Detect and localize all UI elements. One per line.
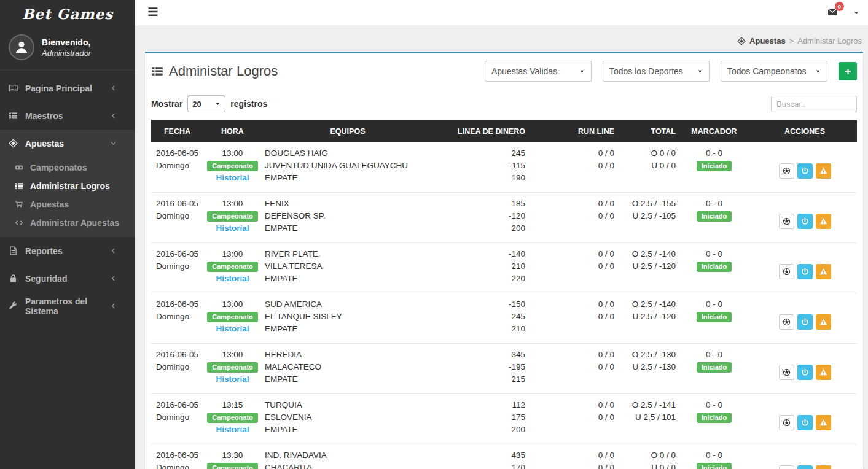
sidebar-subitem-campeonatos[interactable]: Campeonatos — [0, 158, 135, 177]
toggle-match-button[interactable] — [797, 415, 813, 430]
alert-match-button[interactable] — [816, 214, 831, 229]
list-icon — [151, 65, 163, 77]
runline-home: 0 / 0 — [530, 298, 614, 311]
score: 0 - 0 — [676, 147, 753, 160]
championship-select[interactable]: Todos Campeonatos — [721, 61, 827, 82]
runline-home: 0 / 0 — [530, 449, 614, 462]
bet-status-select[interactable]: Apuestas Validas — [485, 61, 592, 82]
historial-link[interactable]: Historial — [216, 274, 249, 283]
warning-icon — [819, 318, 827, 326]
moneyline-home: 185 — [434, 198, 525, 210]
historial-link[interactable]: Historial — [216, 223, 249, 233]
sport-select[interactable]: Todos los Deportes — [603, 61, 710, 82]
length-value: 20 — [192, 99, 201, 109]
toggle-match-button[interactable] — [797, 365, 813, 380]
historial-link[interactable]: Historial — [216, 374, 249, 384]
sidebar-toggle-button[interactable] — [144, 3, 162, 23]
historial-link[interactable]: Historial — [216, 324, 249, 333]
campeonato-badge[interactable]: Campeonato — [207, 312, 258, 322]
score: 0 - 0 — [676, 349, 753, 361]
toggle-match-button[interactable] — [797, 163, 813, 179]
user-avatar — [9, 34, 34, 60]
apuestas-icon — [737, 37, 746, 45]
sidebar-item-reportes[interactable]: Reportes — [0, 237, 135, 265]
chevron-left-icon — [110, 303, 120, 309]
breadcrumb-apuestas[interactable]: Apuestas — [749, 36, 786, 45]
sidebar-subitem-apuestas[interactable]: Apuestas — [0, 195, 135, 214]
toggle-match-button[interactable] — [797, 465, 813, 469]
user-role: Administrador — [42, 48, 91, 58]
historial-link[interactable]: Historial — [216, 173, 249, 182]
moneyline-away: -115 — [434, 160, 525, 172]
column-header-hora: HORA — [203, 127, 262, 136]
match-day: Domingo — [156, 311, 203, 323]
historial-link[interactable]: Historial — [216, 425, 249, 434]
user-panel: Bienvenido, Administrador — [0, 27, 135, 71]
team-away: VILLA TERESA — [265, 260, 434, 273]
add-button[interactable] — [839, 62, 857, 80]
wrench-icon — [9, 301, 18, 311]
brand-logo[interactable]: Bet Games — [0, 0, 135, 27]
alert-match-button[interactable] — [816, 465, 831, 469]
match-date: 2016-06-05 — [156, 298, 203, 311]
warning-icon — [819, 419, 827, 427]
column-header-equipos: EQUIPOS — [262, 127, 434, 136]
messages-button[interactable]: 0 — [826, 7, 839, 19]
match-detail-button[interactable] — [779, 214, 794, 229]
chevron-left-icon — [110, 247, 120, 254]
alert-match-button[interactable] — [816, 314, 831, 330]
total-under: U 2.5 / -130 — [619, 361, 676, 373]
alert-match-button[interactable] — [816, 264, 831, 279]
iniciado-badge: Iniciado — [697, 463, 732, 469]
campeonato-badge[interactable]: Campeonato — [207, 463, 258, 469]
campeonato-badge[interactable]: Campeonato — [207, 211, 258, 222]
moneyline-home: 245 — [434, 147, 525, 160]
alert-match-button[interactable] — [816, 163, 831, 179]
runline-away: 0 / 0 — [530, 462, 614, 469]
sidebar-item-seguridad[interactable]: Seguridad — [0, 265, 135, 292]
soccer-ball-icon — [783, 217, 791, 225]
chevron-down-icon — [110, 140, 120, 147]
campeonato-badge[interactable]: Campeonato — [207, 413, 258, 423]
sidebar-item-maestros[interactable]: Maestros — [0, 102, 135, 130]
campeonato-badge[interactable]: Campeonato — [207, 262, 258, 272]
moneyline-away: -195 — [434, 361, 525, 373]
match-detail-button[interactable] — [779, 264, 794, 279]
team-away: CHACARITA — [265, 462, 434, 469]
match-day: Domingo — [156, 260, 203, 273]
team-away: DEFENSOR SP. — [265, 210, 434, 222]
soccer-ball-icon — [783, 318, 791, 326]
match-detail-button[interactable] — [779, 415, 794, 430]
sidebar-item-parametros-del-sistema[interactable]: Parametros del Sistema — [0, 292, 135, 320]
alert-match-button[interactable] — [816, 365, 831, 380]
match-detail-button[interactable] — [779, 314, 794, 330]
match-date: 2016-06-05 — [156, 147, 203, 160]
team-home: DOUGLAS HAIG — [265, 147, 434, 160]
moneyline-draw: 220 — [434, 273, 525, 285]
sidebar: Bet Games Bienvenido, Administrador Pagi… — [0, 0, 135, 469]
toggle-match-button[interactable] — [797, 264, 813, 279]
match-detail-button[interactable] — [779, 465, 794, 469]
column-header-linea-de-dinero: LINEA DE DINERO — [434, 127, 530, 136]
moneyline-home: 435 — [434, 449, 525, 462]
match-detail-button[interactable] — [779, 365, 794, 380]
campeonato-badge[interactable]: Campeonato — [207, 362, 258, 373]
moneyline-home: -150 — [434, 298, 525, 311]
toggle-match-button[interactable] — [797, 214, 813, 229]
sidebar-subitem-administrar-apuestas[interactable]: Administrar Apuestas — [0, 214, 135, 232]
chevron-left-icon — [110, 275, 120, 282]
iniciado-badge: Iniciado — [697, 362, 732, 373]
sidebar-item-pagina-principal[interactable]: Pagina Principal — [0, 74, 135, 102]
alert-match-button[interactable] — [816, 415, 831, 430]
campeonato-badge[interactable]: Campeonato — [207, 161, 258, 171]
user-menu-button[interactable] — [853, 7, 859, 18]
sidebar-subitem-administrar-logros[interactable]: Administrar Logros — [0, 177, 135, 195]
match-detail-button[interactable] — [779, 163, 794, 179]
total-under: U 2.5 / 101 — [619, 411, 676, 424]
toggle-match-button[interactable] — [797, 314, 813, 330]
search-input[interactable] — [771, 96, 857, 112]
sidebar-item-apuestas[interactable]: Apuestas — [0, 130, 135, 157]
power-icon — [801, 318, 809, 326]
page-length-select[interactable]: 20 — [187, 95, 225, 112]
match-time: 13:00 — [203, 349, 262, 361]
